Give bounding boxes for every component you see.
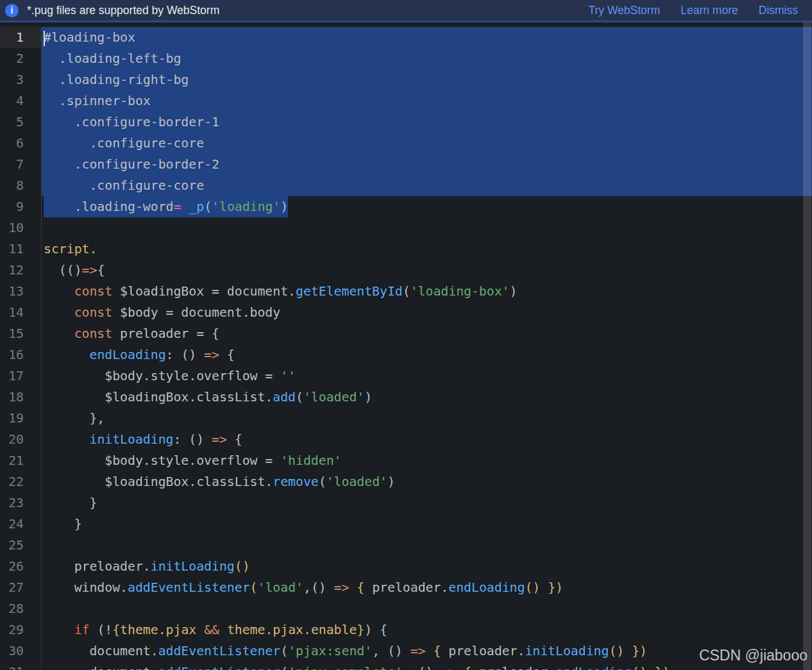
line-number[interactable]: 29 <box>0 619 42 641</box>
line-number[interactable]: 21 <box>0 450 42 471</box>
code-line[interactable]: $body.style.overflow = '' <box>42 365 812 387</box>
code-line-row: 14 const $body = document.body <box>0 302 812 323</box>
code-line-row: 27 window.addEventListener('load',() => … <box>0 577 812 598</box>
code-line-row: 21 $body.style.overflow = 'hidden' <box>0 450 812 471</box>
info-icon: i <box>5 4 19 17</box>
line-number[interactable]: 16 <box>0 344 42 365</box>
dismiss-link[interactable]: Dismiss <box>759 4 798 17</box>
code-line[interactable]: document.addEventListener('pjax:complete… <box>42 662 812 670</box>
code-line[interactable]: .configure-core <box>42 133 812 154</box>
code-token: { <box>97 263 105 278</box>
line-number[interactable]: 2 <box>0 48 42 69</box>
line-number[interactable]: 18 <box>0 387 42 408</box>
code-token: && <box>204 623 219 637</box>
code-line[interactable]: script. <box>42 239 812 260</box>
code-token: $body = document.body <box>112 305 280 320</box>
ide-window: i *.pug files are supported by WebStorm … <box>0 0 812 670</box>
code-token: () <box>235 559 250 574</box>
line-number[interactable]: 6 <box>0 133 42 154</box>
code-line[interactable]: .loading-left-bg <box>42 48 812 69</box>
line-number[interactable]: 22 <box>0 471 42 492</box>
code-line[interactable] <box>42 598 812 619</box>
code-line[interactable]: .loading-word= _p('loading') <box>42 196 812 217</box>
code-token: } <box>44 496 97 510</box>
line-number[interactable]: 10 <box>0 217 42 239</box>
code-token: $body.style.overflow = <box>44 369 280 383</box>
code-line[interactable]: .spinner-box <box>42 90 812 112</box>
code-token: ) <box>387 474 395 489</box>
code-line[interactable]: endLoading: () => { <box>42 344 812 365</box>
line-number[interactable]: 24 <box>0 514 42 535</box>
line-number[interactable]: 11 <box>0 239 42 260</box>
code-line[interactable]: $loadingBox.classList.add('loaded') <box>42 387 812 408</box>
line-number[interactable]: 15 <box>0 323 42 344</box>
code-editor[interactable]: 1#loading-box2 .loading-left-bg3 .loadin… <box>0 22 812 670</box>
code-token <box>349 580 357 595</box>
code-token: { <box>357 580 364 595</box>
line-number[interactable]: 13 <box>0 281 42 302</box>
code-line[interactable]: }, <box>42 408 812 429</box>
line-number[interactable]: 7 <box>0 154 42 175</box>
code-token: ( <box>250 580 258 595</box>
line-number[interactable]: 25 <box>0 535 42 556</box>
code-line-row: 23 } <box>0 492 812 514</box>
learn-more-link[interactable]: Learn more <box>681 4 738 17</box>
code-line[interactable]: if (!{theme.pjax && theme.pjax.enable}) … <box>42 619 812 641</box>
code-token: => <box>82 263 97 278</box>
line-number[interactable]: 1 <box>0 27 42 48</box>
code-line[interactable]: window.addEventListener('load',() => { p… <box>42 577 812 598</box>
code-token: script. <box>44 242 97 256</box>
code-line[interactable]: $body.style.overflow = 'hidden' <box>42 450 812 471</box>
line-number[interactable]: 23 <box>0 492 42 514</box>
code-token: addEventListener <box>128 580 250 595</box>
code-token: ( <box>280 644 288 658</box>
code-token: }) <box>655 665 670 670</box>
code-token: const <box>74 305 113 320</box>
line-number[interactable]: 9 <box>0 196 42 217</box>
line-number[interactable]: 8 <box>0 175 42 196</box>
code-line[interactable]: preloader.initLoading() <box>42 556 812 577</box>
banner-actions: Try WebStorm Learn more Dismiss <box>588 4 798 17</box>
code-line[interactable]: const $body = document.body <box>42 302 812 323</box>
code-line[interactable]: #loading-box <box>42 27 812 48</box>
code-line-row: 11script. <box>0 239 812 260</box>
line-number[interactable]: 14 <box>0 302 42 323</box>
code-line[interactable]: .configure-border-2 <box>42 154 812 175</box>
line-number[interactable]: 5 <box>0 112 42 133</box>
line-number[interactable]: 19 <box>0 408 42 429</box>
code-line[interactable]: (()=>{ <box>42 260 812 281</box>
code-token: document. <box>44 665 158 670</box>
code-line[interactable]: .configure-border-1 <box>42 112 812 133</box>
line-number[interactable]: 28 <box>0 598 42 619</box>
code-line-row: 5 .configure-border-1 <box>0 112 812 133</box>
code-token: .spinner-box <box>44 94 151 108</box>
code-line[interactable]: } <box>42 492 812 514</box>
code-line[interactable] <box>42 535 812 556</box>
code-line[interactable]: const $loadingBox = document.getElementB… <box>42 281 812 302</box>
code-line[interactable]: .configure-core <box>42 175 812 196</box>
line-number[interactable]: 3 <box>0 69 42 90</box>
line-number[interactable]: 20 <box>0 429 42 450</box>
line-number[interactable]: 27 <box>0 577 42 598</box>
code-line[interactable]: .loading-right-bg <box>42 69 812 90</box>
code-line[interactable]: $loadingBox.classList.remove('loaded') <box>42 471 812 492</box>
line-number[interactable]: 17 <box>0 365 42 387</box>
line-number[interactable]: 12 <box>0 260 42 281</box>
line-number[interactable]: 30 <box>0 641 42 662</box>
code-line[interactable]: const preloader = { <box>42 323 812 344</box>
vertical-scrollbar[interactable] <box>803 22 811 670</box>
code-line[interactable]: document.addEventListener('pjax:send', (… <box>42 641 812 662</box>
code-token: {theme.pjax <box>112 623 196 637</box>
code-line[interactable] <box>42 217 812 239</box>
try-webstorm-link[interactable]: Try WebStorm <box>588 4 660 17</box>
code-line[interactable]: initLoading: () => { <box>42 429 812 450</box>
code-token: ( <box>204 199 212 214</box>
code-line[interactable]: } <box>42 514 812 535</box>
code-token: = <box>173 199 181 214</box>
line-number[interactable]: 31 <box>0 662 42 670</box>
line-number[interactable]: 26 <box>0 556 42 577</box>
code-token: #loading-box <box>44 30 135 45</box>
code-token: => <box>204 348 219 362</box>
code-line-row: 31 document.addEventListener('pjax:compl… <box>0 662 812 670</box>
line-number[interactable]: 4 <box>0 90 42 112</box>
